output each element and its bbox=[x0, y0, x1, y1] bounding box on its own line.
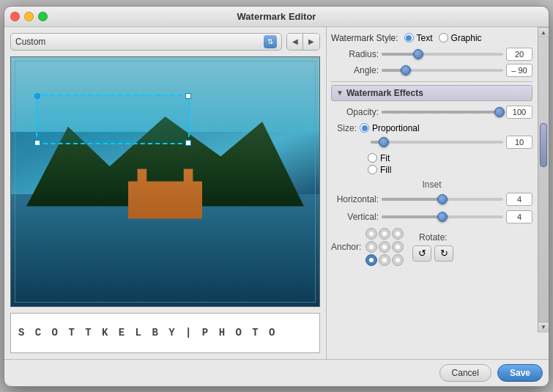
scroll-down-button[interactable]: ▼ bbox=[538, 322, 549, 333]
preset-select[interactable]: Custom ⇅ bbox=[10, 33, 282, 51]
watermark-handle-tl[interactable] bbox=[34, 93, 40, 99]
vertical-row: Vertical: 4 bbox=[331, 210, 532, 223]
anchor-dot-inner-5 bbox=[396, 245, 400, 249]
horizontal-fill bbox=[382, 198, 442, 201]
angle-slider-thumb[interactable] bbox=[401, 65, 411, 75]
scrollbar-track[interactable] bbox=[538, 38, 549, 322]
maximize-button[interactable] bbox=[38, 12, 48, 21]
size-proportional-option[interactable]: Proportional bbox=[360, 123, 420, 133]
opacity-slider[interactable]: |||||||||| bbox=[382, 111, 503, 114]
anchor-dot-2[interactable] bbox=[392, 228, 404, 240]
size-proportional-circle[interactable] bbox=[360, 123, 369, 133]
save-button[interactable]: Save bbox=[497, 364, 543, 382]
scrollbar[interactable]: ▲ ▼ bbox=[538, 27, 549, 333]
effects-section-title: Watermark Effects bbox=[346, 88, 423, 98]
content-area: Custom ⇅ ◀ ▶ bbox=[4, 27, 549, 359]
size-slider-thumb[interactable] bbox=[379, 137, 389, 147]
opacity-slider-fill bbox=[382, 111, 500, 114]
size-fit-circle[interactable] bbox=[368, 153, 377, 163]
right-scrollable: Watermark Style: Text Graphic Radius: bbox=[331, 33, 544, 353]
anchor-dot-5[interactable] bbox=[392, 241, 404, 253]
size-fit-label: Fit bbox=[380, 153, 390, 163]
radio-graphic-circle[interactable] bbox=[439, 33, 448, 42]
watermark-box[interactable] bbox=[36, 95, 190, 144]
close-button[interactable] bbox=[10, 12, 20, 21]
vertical-fill bbox=[382, 215, 442, 218]
size-proportional-row: Size: Proportional bbox=[331, 123, 532, 133]
anchor-dot-4[interactable] bbox=[379, 241, 390, 253]
watermark-handle-bl[interactable] bbox=[34, 140, 40, 146]
watermark-handle-br[interactable] bbox=[185, 140, 191, 146]
bottom-row: Cancel Save bbox=[4, 359, 549, 386]
anchor-dot-inner-1 bbox=[382, 232, 387, 236]
rotate-cw-button[interactable]: ↻ bbox=[434, 245, 453, 262]
anchor-dot-inner-0 bbox=[369, 232, 374, 236]
size-proportional-label: Proportional bbox=[372, 123, 420, 133]
minimize-button[interactable] bbox=[24, 12, 34, 21]
rotate-label: Rotate: bbox=[419, 232, 448, 243]
anchor-section: Anchor: bbox=[331, 228, 404, 266]
vertical-thumb[interactable] bbox=[437, 212, 448, 222]
horizontal-label: Horizontal: bbox=[331, 194, 379, 204]
nav-next-button[interactable]: ▶ bbox=[303, 34, 319, 50]
vertical-value[interactable]: 4 bbox=[506, 210, 532, 223]
preview-area bbox=[10, 56, 320, 307]
size-fill-circle[interactable] bbox=[368, 165, 377, 174]
preset-label: Custom bbox=[15, 37, 45, 47]
anchor-rotate-row: Anchor: bbox=[331, 228, 532, 266]
anchor-grid bbox=[365, 228, 404, 266]
anchor-dot-8[interactable] bbox=[392, 254, 404, 266]
size-value[interactable]: 10 bbox=[506, 136, 532, 149]
inset-title: Inset bbox=[331, 180, 532, 190]
effects-section-header[interactable]: ▼ Watermark Effects bbox=[331, 85, 532, 101]
radius-value[interactable]: 20 bbox=[506, 48, 532, 61]
opacity-slider-thumb[interactable] bbox=[494, 107, 505, 117]
watermark-handle-tr[interactable] bbox=[185, 93, 191, 99]
radius-slider-thumb[interactable] bbox=[413, 49, 423, 59]
radio-graphic-label: Graphic bbox=[451, 33, 482, 43]
rotate-section: Rotate: ↺ ↻ bbox=[412, 232, 453, 262]
angle-label: Angle: bbox=[331, 65, 379, 75]
main-window: Watermark Editor Custom ⇅ ◀ ▶ bbox=[4, 6, 549, 387]
horizontal-value[interactable]: 4 bbox=[506, 193, 532, 206]
nav-prev-button[interactable]: ◀ bbox=[287, 34, 303, 50]
opacity-value[interactable]: 100 bbox=[506, 106, 532, 119]
angle-value[interactable]: – 90 bbox=[506, 64, 532, 77]
scrollbar-thumb[interactable] bbox=[540, 123, 547, 167]
radio-text-option[interactable]: Text bbox=[404, 33, 433, 43]
rotate-buttons: ↺ ↻ bbox=[412, 245, 453, 262]
anchor-dot-6[interactable] bbox=[365, 254, 377, 266]
cancel-button[interactable]: Cancel bbox=[439, 364, 491, 382]
rotate-ccw-button[interactable]: ↺ bbox=[412, 245, 431, 262]
horizontal-row: Horizontal: 4 bbox=[331, 193, 532, 206]
anchor-dot-0[interactable] bbox=[365, 228, 377, 240]
titlebar: Watermark Editor bbox=[4, 7, 549, 27]
window-title: Watermark Editor bbox=[237, 11, 316, 22]
horizontal-slider[interactable] bbox=[382, 198, 503, 201]
scroll-up-button[interactable]: ▲ bbox=[538, 27, 549, 38]
watermark-style-row: Watermark Style: Text Graphic bbox=[331, 33, 532, 43]
text-preview-area: S C O T T K E L B Y | P H O T O bbox=[10, 313, 320, 353]
radio-graphic-option[interactable]: Graphic bbox=[439, 33, 482, 43]
radio-text-dot bbox=[406, 35, 412, 41]
radio-text-circle[interactable] bbox=[404, 33, 414, 42]
vertical-slider[interactable] bbox=[382, 215, 503, 218]
radius-row: Radius: 20 bbox=[331, 48, 532, 61]
horizontal-thumb[interactable] bbox=[437, 194, 448, 204]
anchor-dot-1[interactable] bbox=[379, 228, 390, 240]
vertical-label: Vertical: bbox=[331, 212, 379, 222]
left-panel: Custom ⇅ ◀ ▶ bbox=[4, 27, 327, 359]
angle-slider[interactable] bbox=[382, 69, 503, 72]
size-proportional-dot bbox=[362, 125, 368, 131]
anchor-dot-7[interactable] bbox=[379, 254, 390, 266]
anchor-dot-inner-2 bbox=[396, 232, 400, 236]
fit-option-row: Fit bbox=[331, 153, 532, 163]
radius-slider[interactable] bbox=[382, 53, 503, 56]
effects-triangle-icon: ▼ bbox=[336, 89, 344, 97]
anchor-dot-3[interactable] bbox=[365, 241, 377, 253]
select-arrow-icon: ⇅ bbox=[264, 35, 277, 48]
anchor-dot-inner-8 bbox=[396, 258, 400, 262]
size-slider[interactable] bbox=[371, 141, 503, 144]
inset-section: Inset Horizontal: 4 Vertical: bbox=[331, 180, 532, 223]
fill-option-row: Fill bbox=[331, 165, 532, 175]
